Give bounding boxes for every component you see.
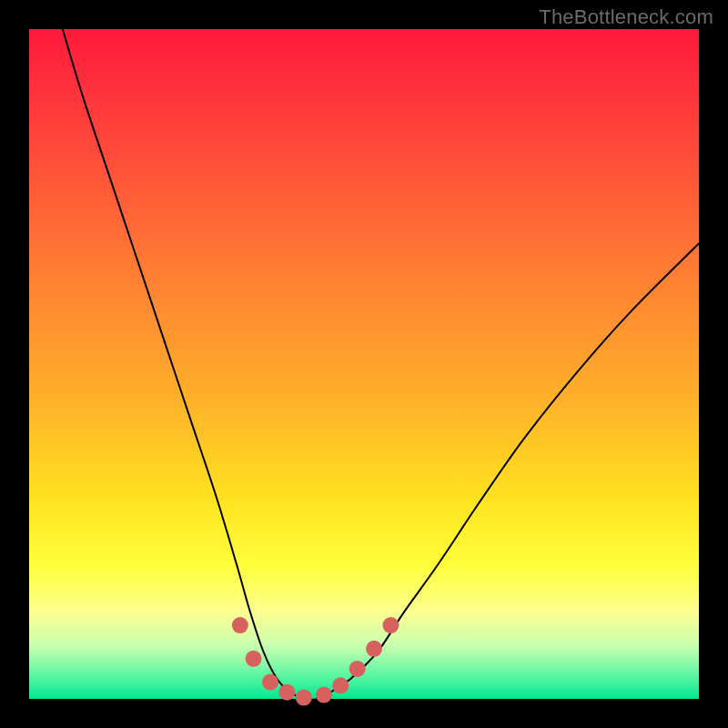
valley-marker (332, 677, 349, 693)
valley-marker (262, 674, 278, 691)
watermark-text: TheBottleneck.com (539, 5, 713, 29)
valley-marker (232, 617, 248, 633)
valley-marker (278, 684, 295, 701)
valley-marker-group (232, 617, 399, 705)
valley-marker (382, 617, 399, 633)
valley-marker (349, 661, 366, 677)
bottleneck-curve (63, 29, 699, 700)
curve-layer (29, 29, 699, 699)
valley-marker (246, 651, 262, 667)
plot-area (29, 29, 699, 699)
chart-frame: TheBottleneck.com (0, 0, 728, 728)
valley-marker (366, 641, 382, 657)
valley-marker (316, 687, 332, 703)
valley-marker (296, 690, 312, 706)
